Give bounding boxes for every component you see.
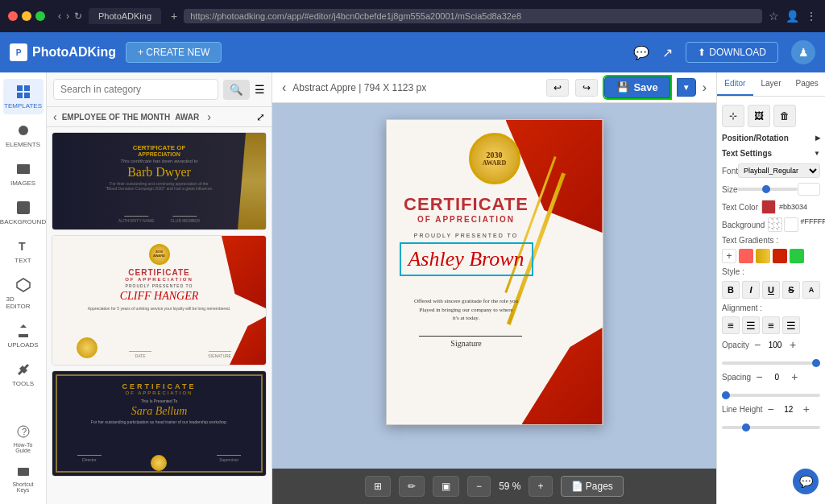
search-button[interactable]: 🔍 [223,80,250,100]
tab-editor[interactable]: Editor [717,72,753,96]
text-color-swatch[interactable] [761,200,776,214]
close-window-btn[interactable] [8,11,18,21]
allcaps-button[interactable]: A [802,281,820,299]
gradient-green[interactable] [790,249,804,263]
gradient-gold[interactable] [756,249,770,263]
chat-button[interactable]: 💬 [793,469,819,494]
opacity-label: Opacity [722,341,749,349]
undo-button[interactable]: ↩ [546,79,569,97]
text-color-row: Text Color #bb3034 [722,198,820,216]
size-input[interactable]: 96 [798,183,820,196]
grid-toggle-button[interactable]: ☰ [255,83,265,96]
sidebar-item-howto[interactable]: ? How-To Guide [3,419,44,458]
menu-icon[interactable]: ⋮ [806,10,817,23]
tab-award[interactable]: AWAR [175,113,199,122]
align-center-button[interactable]: ☰ [742,316,760,334]
line-height-increase-button[interactable]: + [802,403,811,415]
bg-color-swatch[interactable] [784,217,798,232]
pen-tool-button[interactable]: ✏ [399,476,425,497]
search-input[interactable] [53,79,218,100]
image-tool-button[interactable]: 🖼 [748,105,770,127]
save-button[interactable]: 💾 Save [604,76,670,98]
spacing-decrease-button[interactable]: − [754,370,764,383]
tabs-next-button[interactable]: › [207,110,211,123]
logo-icon: P [10,43,27,61]
bold-button[interactable]: B [722,281,740,299]
italic-button[interactable]: I [742,281,760,299]
user-avatar[interactable]: ♟ [791,40,815,64]
user-icon[interactable]: 👤 [786,10,799,23]
align-left-button[interactable]: ≡ [722,316,740,334]
sidebar-item-background[interactable]: BACKGROUND [3,195,44,230]
canvas-next-button[interactable]: › [703,81,707,95]
pages-button[interactable]: 📄 Pages [561,476,624,497]
align-justify-button[interactable]: ☰ [782,316,800,334]
text-settings-section[interactable]: Text Settings ▼ [722,146,820,161]
minimize-window-btn[interactable] [22,11,31,21]
align-right-button[interactable]: ≡ [762,316,780,334]
certificate-canvas[interactable]: 2030 AWARD CERTIFICATE OF APPRECIATION P… [386,119,603,425]
sidebar-item-elements[interactable]: ELEMENTS [3,118,44,153]
save-label: Save [633,81,657,93]
back-btn[interactable]: ‹ [58,10,61,22]
url-bar[interactable]: https://photoadking.com/app/#editor/j4bc… [184,9,762,23]
create-new-button[interactable]: + CREATE NEW [126,42,222,63]
sidebar-item-shortcuts[interactable]: Shortcut Keys [3,458,44,498]
right-panel-tabs: Editor Layer Pages [717,72,825,97]
strikethrough-button[interactable]: S [782,281,800,299]
tab-pages[interactable]: Pages [789,72,825,96]
sidebar-item-tools[interactable]: TOOLS [3,357,44,392]
browser-tab[interactable]: PhotoADKing [89,8,161,24]
star-icon[interactable]: ☆ [769,10,779,23]
crop-button[interactable]: ▣ [433,476,459,497]
app-body: TEMPLATES ELEMENTS IMAGES BACKGROUND T T… [0,72,825,504]
underline-button[interactable]: U [762,281,780,299]
opacity-slider[interactable] [722,361,820,365]
gradient-dark-red[interactable] [773,249,787,263]
sidebar-item-uploads[interactable]: UPLOADS [3,318,44,353]
maximize-window-btn[interactable] [35,11,45,21]
zoom-out-button[interactable]: − [467,476,491,497]
expand-panel-button[interactable]: ⤢ [256,111,265,123]
crop-tool-button[interactable]: ⊹ [722,105,744,127]
save-icon: 💾 [616,81,629,93]
sidebar-item-images[interactable]: IMAGES [3,156,44,192]
template-card-1[interactable]: CERTIFICATE OF APPRECIATION This certifi… [52,132,267,230]
download-button[interactable]: ⬆ DOWNLOAD [686,42,778,63]
tab-layer[interactable]: Layer [753,72,790,96]
sidebar-item-3deditor[interactable]: 3D EDITOR [3,272,44,315]
zoom-in-button[interactable]: + [529,476,552,497]
reload-btn[interactable]: ↻ [74,10,82,22]
line-height-slider[interactable] [722,426,820,429]
pages-icon: 📄 [571,481,583,492]
gradient-red[interactable] [739,249,753,263]
tabs-prev-button[interactable]: ‹ [53,110,57,123]
logo-text: PhotoADKing [32,45,116,60]
forward-btn[interactable]: › [66,10,69,22]
spacing-increase-button[interactable]: + [790,370,799,383]
gradient-add-button[interactable]: + [722,249,736,263]
new-tab-btn[interactable]: + [171,10,177,23]
bg-checkerboard[interactable] [768,217,782,232]
template-card-2[interactable]: 2030AWARD CERTIFICATE OF APPRECIATION PR… [52,235,267,366]
opacity-decrease-button[interactable]: − [752,338,762,351]
canvas-prev-button[interactable]: ‹ [282,81,286,95]
share-icon[interactable]: ↗ [662,45,673,60]
cert-badge-text: AWARD [483,159,506,167]
cert-name-box[interactable]: Ashley Brown [400,242,533,276]
save-dropdown-button[interactable]: ▼ [677,78,696,97]
line-height-decrease-button[interactable]: − [766,403,776,415]
sidebar-item-text[interactable]: T TEXT [3,233,44,269]
delete-tool-button[interactable]: 🗑 [773,105,796,127]
template-card-3[interactable]: CERTIFICATE OF APPRECIATION This Is Pres… [52,370,267,477]
sidebar-item-templates[interactable]: TEMPLATES [3,79,44,114]
opacity-increase-button[interactable]: + [788,338,798,351]
spacing-slider[interactable] [722,394,820,397]
font-select[interactable]: Playball_Regular [738,163,820,178]
tab-employee-month[interactable]: EMPLOYEE OF THE MONTH [62,113,170,122]
position-rotation-section[interactable]: Position/Rotation ▶ [722,130,820,146]
redo-button[interactable]: ↪ [575,79,598,97]
message-icon[interactable]: 💬 [633,45,649,60]
grid-view-button[interactable]: ⊞ [365,476,391,497]
size-slider[interactable] [737,188,798,191]
